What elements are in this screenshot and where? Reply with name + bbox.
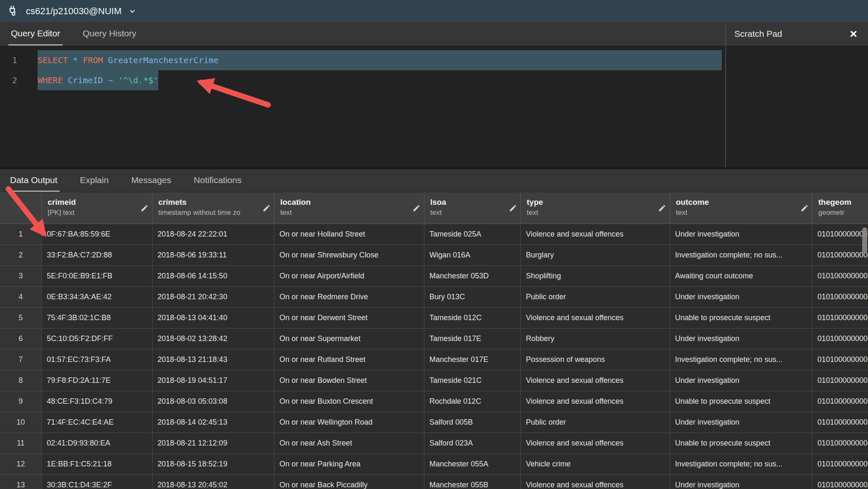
cell-crimeid[interactable]: 1E:BB:F1:C5:21:18	[42, 454, 152, 475]
cell-thegeom[interactable]: 010100000000	[812, 245, 868, 266]
cell-type[interactable]: Burglary	[521, 245, 670, 266]
cell-crimeid[interactable]: 5E:F0:0E:B9:E1:FB	[42, 266, 152, 287]
cell-crimets[interactable]: 2018-08-06 19:33:11	[152, 245, 274, 266]
row-number[interactable]: 10	[0, 412, 42, 433]
cell-thegeom[interactable]: 010100000000	[812, 308, 868, 329]
column-header-crimeid[interactable]: crimeid[PK] text	[42, 192, 152, 224]
column-header-lsoa[interactable]: lsoatext	[424, 192, 521, 224]
cell-outcome[interactable]: Unable to prosecute suspect	[670, 391, 812, 412]
cell-crimets[interactable]: 2018-08-13 20:45:02	[152, 475, 274, 489]
cell-location[interactable]: On or near Ash Street	[274, 433, 424, 454]
connection-title[interactable]: cs621/p210030@NUIM	[26, 6, 122, 17]
cell-crimets[interactable]: 2018-08-06 14:15:50	[152, 266, 274, 287]
cell-crimeid[interactable]: 0E:B3:34:3A:AE:42	[42, 287, 152, 308]
cell-location[interactable]: On or near Rutland Street	[274, 349, 424, 370]
cell-lsoa[interactable]: Manchester 055B	[424, 475, 521, 489]
cell-location[interactable]: On or near Supermarket	[274, 329, 424, 349]
cell-thegeom[interactable]: 010100000000	[812, 266, 868, 287]
sql-editor[interactable]: 12 SELECT * FROM GreaterManchesterCrimeW…	[0, 46, 725, 167]
row-number[interactable]: 4	[0, 287, 42, 308]
cell-outcome[interactable]: Awaiting court outcome	[670, 266, 812, 287]
column-header-location[interactable]: locationtext	[274, 192, 424, 224]
cell-lsoa[interactable]: Salford 023A	[424, 433, 521, 454]
cell-location[interactable]: On or near Back Piccadilly	[274, 475, 424, 489]
row-number[interactable]: 13	[0, 475, 42, 489]
cell-outcome[interactable]: Investigation complete; no sus...	[670, 245, 812, 266]
cell-thegeom[interactable]: 010100000000	[812, 329, 868, 349]
cell-outcome[interactable]: Investigation complete; no sus...	[670, 349, 812, 370]
edit-pencil-icon[interactable]	[138, 204, 149, 212]
cell-lsoa[interactable]: Tameside 017E	[424, 329, 521, 349]
row-number[interactable]: 9	[0, 391, 42, 412]
cell-lsoa[interactable]: Rochdale 012C	[424, 391, 521, 412]
cell-outcome[interactable]: Under investigation	[670, 224, 812, 245]
cell-outcome[interactable]: Under investigation	[670, 475, 812, 489]
cell-crimets[interactable]: 2018-08-13 04:41:40	[152, 308, 274, 329]
row-number[interactable]: 6	[0, 329, 42, 349]
cell-crimeid[interactable]: 30:3B:C1:D4:3E:2F	[42, 475, 152, 489]
cell-lsoa[interactable]: Manchester 017E	[424, 349, 521, 370]
cell-crimets[interactable]: 2018-08-24 22:22:01	[152, 224, 274, 245]
column-header-type[interactable]: typetext	[521, 192, 670, 224]
row-number[interactable]: 3	[0, 266, 42, 287]
cell-thegeom[interactable]: 010100000000	[812, 349, 868, 370]
cell-crimeid[interactable]: 48:CE:F3:1D:C4:79	[42, 391, 152, 412]
cell-lsoa[interactable]: Tameside 021C	[424, 370, 521, 391]
column-header-crimets[interactable]: crimetstimestamp without time zo	[152, 192, 274, 224]
cell-crimets[interactable]: 2018-08-21 20:42:30	[152, 287, 274, 308]
cell-crimeid[interactable]: 02:41:D9:93:80:EA	[42, 433, 152, 454]
tab-explain[interactable]: Explain	[77, 169, 111, 192]
cell-type[interactable]: Violence and sexual offences	[521, 391, 670, 412]
cell-outcome[interactable]: Under investigation	[670, 287, 812, 308]
cell-type[interactable]: Violence and sexual offences	[521, 433, 670, 454]
cell-type[interactable]: Violence and sexual offences	[521, 308, 670, 329]
cell-crimets[interactable]: 2018-08-15 18:52:19	[152, 454, 274, 475]
cell-crimeid[interactable]: 33:F2:BA:C7:2D:88	[42, 245, 152, 266]
cell-location[interactable]: On or near Shrewsbury Close	[274, 245, 424, 266]
cell-location[interactable]: On or near Airport/Airfield	[274, 266, 424, 287]
cell-type[interactable]: Violence and sexual offences	[521, 475, 670, 489]
cell-thegeom[interactable]: 010100000000	[812, 475, 868, 489]
cell-crimeid[interactable]: 01:57:EC:73:F3:FA	[42, 349, 152, 370]
cell-outcome[interactable]: Unable to prosecute suspect	[670, 308, 812, 329]
cell-crimets[interactable]: 2018-08-13 21:18:43	[152, 349, 274, 370]
cell-outcome[interactable]: Under investigation	[670, 370, 812, 391]
cell-location[interactable]: On or near Buxton Crescent	[274, 391, 424, 412]
cell-outcome[interactable]: Under investigation	[670, 412, 812, 433]
cell-thegeom[interactable]: 010100000000	[812, 370, 868, 391]
cell-type[interactable]: Public order	[521, 287, 670, 308]
cell-lsoa[interactable]: Wigan 016A	[424, 245, 521, 266]
scratch-pad-panel[interactable]	[726, 46, 868, 167]
cell-crimeid[interactable]: 5C:10:D5:F2:DF:FF	[42, 329, 152, 349]
cell-location[interactable]: On or near Bowden Street	[274, 370, 424, 391]
cell-thegeom[interactable]: 010100000000	[812, 391, 868, 412]
row-number[interactable]: 7	[0, 349, 42, 370]
cell-crimeid[interactable]: 75:4F:3B:02:1C:B8	[42, 308, 152, 329]
cell-lsoa[interactable]: Tameside 012C	[424, 308, 521, 329]
cell-location[interactable]: On or near Derwent Street	[274, 308, 424, 329]
code-lines[interactable]: SELECT * FROM GreaterManchesterCrimeWHER…	[38, 50, 725, 167]
cell-crimets[interactable]: 2018-08-21 12:12:09	[152, 433, 274, 454]
row-number[interactable]: 1	[0, 224, 42, 245]
cell-crimets[interactable]: 2018-08-02 13:28:42	[152, 329, 274, 349]
cell-type[interactable]: Robbery	[521, 329, 670, 349]
cell-location[interactable]: On or near Parking Area	[274, 454, 424, 475]
cell-crimeid[interactable]: 0F:67:BA:85:59:6E	[42, 224, 152, 245]
cell-lsoa[interactable]: Manchester 053D	[424, 266, 521, 287]
edit-pencil-icon[interactable]	[798, 204, 809, 212]
cell-lsoa[interactable]: Tameside 025A	[424, 224, 521, 245]
cell-thegeom[interactable]: 010100000000	[812, 433, 868, 454]
cell-location[interactable]: On or near Holland Street	[274, 224, 424, 245]
cell-lsoa[interactable]: Bury 013C	[424, 287, 521, 308]
cell-crimets[interactable]: 2018-08-14 02:45:13	[152, 412, 274, 433]
cell-location[interactable]: On or near Redmere Drive	[274, 287, 424, 308]
edit-pencil-icon[interactable]	[507, 204, 517, 212]
cell-lsoa[interactable]: Manchester 055A	[424, 454, 521, 475]
tab-data-output[interactable]: Data Output	[8, 169, 60, 192]
edit-pencil-icon[interactable]	[410, 204, 421, 212]
cell-outcome[interactable]: Investigation complete; no sus...	[670, 454, 812, 475]
vertical-scrollbar[interactable]	[862, 227, 867, 486]
cell-lsoa[interactable]: Salford 005B	[424, 412, 521, 433]
cell-thegeom[interactable]: 010100000000	[812, 412, 868, 433]
column-header-thegeom[interactable]: thegeomgeometr	[812, 192, 868, 224]
